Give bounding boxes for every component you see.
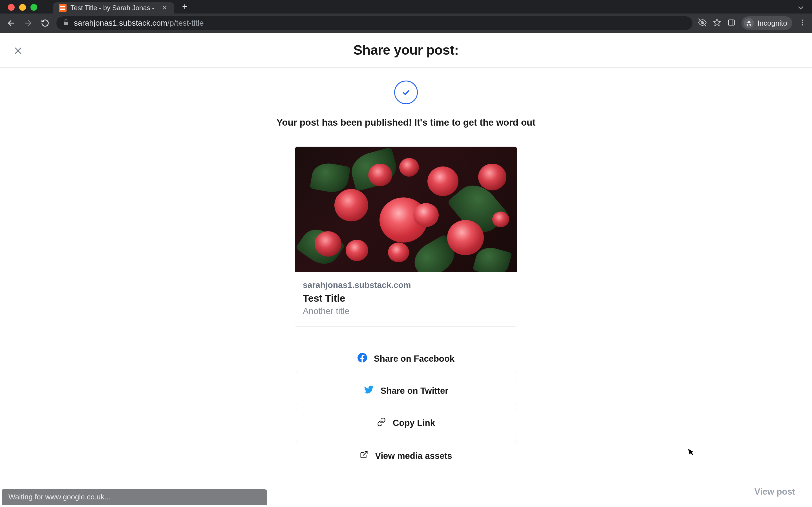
published-message: Your post has been published! It's time … — [276, 117, 536, 128]
share-facebook-label: Share on Facebook — [374, 354, 455, 364]
success-check-icon — [394, 80, 418, 104]
side-panel-icon[interactable] — [727, 18, 735, 27]
facebook-icon — [357, 353, 367, 365]
tab-close-button[interactable]: ✕ — [161, 4, 168, 11]
incognito-label: Incognito — [757, 19, 787, 27]
address-bar[interactable]: sarahjonas1.substack.com/p/test-title — [56, 16, 693, 30]
page-title: Share your post: — [353, 42, 458, 58]
tab-strip: Test Title - by Sarah Jonas - S ✕ + — [0, 0, 812, 13]
bookmark-star-icon[interactable] — [713, 18, 721, 28]
twitter-icon — [364, 385, 374, 397]
tabs-overflow-button[interactable] — [797, 4, 805, 13]
window-zoom-button[interactable] — [31, 4, 37, 11]
incognito-icon — [744, 18, 754, 28]
tab-title: Test Title - by Sarah Jonas - S — [70, 4, 157, 12]
copy-link-button[interactable]: Copy Link — [295, 409, 517, 437]
lock-icon — [63, 18, 69, 27]
svg-point-6 — [802, 20, 803, 21]
svg-rect-4 — [728, 20, 734, 25]
incognito-indicator[interactable]: Incognito — [742, 16, 792, 30]
post-preview-body: sarahjonas1.substack.com Test Title Anot… — [295, 272, 517, 327]
svg-marker-3 — [714, 19, 721, 26]
new-tab-button[interactable]: + — [182, 1, 188, 12]
forward-button[interactable] — [22, 17, 34, 29]
post-cover-image — [295, 147, 517, 272]
back-button[interactable] — [6, 17, 17, 29]
url-text: sarahjonas1.substack.com/p/test-title — [74, 18, 204, 27]
copy-link-label: Copy Link — [393, 418, 435, 428]
close-button[interactable] — [12, 45, 24, 56]
external-link-icon — [360, 450, 368, 461]
svg-point-7 — [802, 22, 803, 23]
eye-off-icon[interactable] — [698, 18, 707, 28]
modal-content: Your post has been published! It's time … — [0, 68, 812, 468]
svg-point-8 — [802, 24, 803, 25]
modal-header: Share your post: — [0, 33, 812, 68]
substack-favicon-icon — [59, 4, 66, 12]
reload-button[interactable] — [40, 17, 51, 29]
post-title: Test Title — [303, 293, 509, 304]
post-subtitle: Another title — [303, 306, 509, 316]
post-domain: sarahjonas1.substack.com — [303, 280, 509, 290]
svg-line-11 — [363, 452, 367, 455]
window-close-button[interactable] — [8, 4, 15, 11]
browser-status-bar: Waiting for www.google.co.uk... — [2, 489, 267, 505]
share-twitter-button[interactable]: Share on Twitter — [295, 377, 517, 405]
window-minimize-button[interactable] — [19, 4, 26, 11]
share-twitter-label: Share on Twitter — [380, 386, 449, 396]
browser-toolbar: sarahjonas1.substack.com/p/test-title In… — [0, 13, 812, 33]
browser-tab[interactable]: Test Title - by Sarah Jonas - S ✕ — [53, 2, 174, 13]
browser-chrome: Test Title - by Sarah Jonas - S ✕ + sara… — [0, 0, 812, 33]
toolbar-right: Incognito — [698, 16, 806, 30]
browser-menu-button[interactable] — [799, 18, 806, 27]
view-media-assets-label: View media assets — [375, 451, 452, 461]
view-post-link[interactable]: View post — [755, 487, 795, 497]
post-preview-card[interactable]: sarahjonas1.substack.com Test Title Anot… — [295, 147, 517, 327]
window-controls — [8, 4, 37, 11]
share-facebook-button[interactable]: Share on Facebook — [295, 345, 517, 373]
page: Share your post: Your post has been publ… — [0, 33, 812, 507]
link-icon — [377, 417, 386, 429]
view-media-assets-button[interactable]: View media assets — [295, 441, 517, 468]
